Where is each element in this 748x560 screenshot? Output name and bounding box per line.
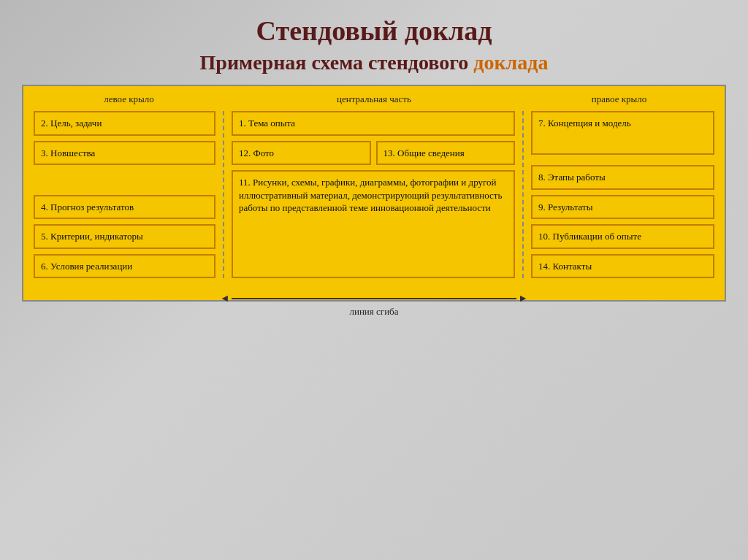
right-cell-0: 7. Концепция и модель (531, 111, 714, 155)
fold-label: линия сгиба (349, 306, 398, 318)
col-right: 7. Концепция и модель 8. Этапы работы 9.… (524, 111, 714, 278)
fold-line: ◄ ► (220, 293, 528, 304)
left-cell-0: 2. Цель, задачи (34, 111, 215, 136)
col-left: 2. Цель, задачи 3. Новшества 4. Прогноз … (34, 111, 224, 278)
left-cell-1: 3. Новшества (34, 141, 215, 166)
col-header-center: центральная часть (224, 93, 524, 105)
col-headers: левое крыло центральная часть правое кры… (34, 93, 714, 105)
fold-arrow-right-icon: ► (518, 293, 528, 304)
right-cell-1: 8. Этапы работы (531, 165, 714, 190)
center-cell-top: 1. Тема опыта (232, 111, 515, 136)
main-title: Стендовый доклад (256, 15, 492, 47)
poster-container: левое крыло центральная часть правое кры… (22, 85, 726, 302)
fold-arrow-left-icon: ◄ (220, 293, 230, 304)
center-cell-photo: 12. Фото (232, 141, 371, 166)
left-cell-3: 5. Критерии, индикаторы (34, 224, 215, 249)
col-header-left: левое крыло (34, 93, 224, 105)
columns-wrapper: 2. Цель, задачи 3. Новшества 4. Прогноз … (34, 111, 714, 278)
center-cell-row: 12. Фото 13. Общие сведения (232, 141, 515, 166)
center-cell-big: 11. Рисунки, схемы, графики, диаграммы, … (232, 170, 515, 278)
right-cell-4: 14. Контакты (531, 254, 714, 279)
left-cell-2: 4. Прогноз результатов (34, 195, 215, 220)
left-cell-4: 6. Условия реализации (34, 254, 215, 279)
col-header-right: правое крыло (524, 93, 714, 105)
right-cell-3: 10. Публикации об опыте (531, 224, 714, 249)
right-cell-2: 9. Результаты (531, 195, 714, 220)
fold-line-container: ◄ ► линия сгиба (220, 293, 528, 318)
center-cell-general: 13. Общие сведения (376, 141, 516, 166)
col-center: 1. Тема опыта 12. Фото 13. Общие сведени… (224, 111, 524, 278)
sub-title: Примерная схема стендового доклада (200, 51, 549, 74)
fold-line-bar (232, 298, 517, 299)
